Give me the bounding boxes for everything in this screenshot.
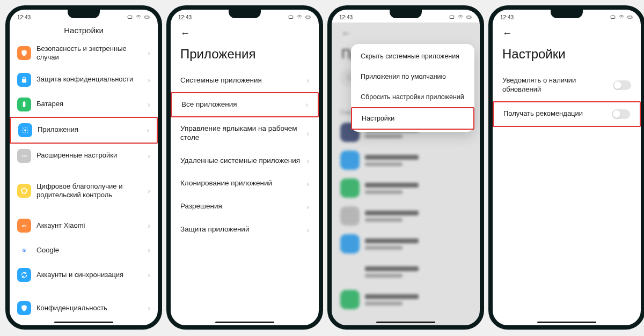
svg-rect-0 (128, 16, 132, 19)
gear-icon (18, 123, 32, 137)
camera-icon (610, 14, 616, 20)
header: ← (493, 23, 641, 47)
row-label: Все приложения (181, 100, 300, 109)
row-label: Аккаунт Xiaomi (36, 221, 142, 230)
status-bar: 12:43 (171, 10, 319, 23)
row-label: Приложения (38, 125, 141, 134)
menu-item-3[interactable]: Настройки (351, 107, 474, 130)
toggle-label: Получать рекомендации (503, 109, 605, 118)
context-menu: Скрыть системные приложенияПриложения по… (351, 44, 474, 132)
chevron-right-icon: › (148, 271, 150, 279)
wifi-icon (296, 14, 303, 20)
back-button[interactable]: ← (500, 26, 514, 41)
toggle-label: Уведомлять о наличии обновлений (502, 76, 606, 94)
status-time: 12:43 (500, 14, 514, 20)
apps-row-6[interactable]: Защита приложений› (171, 218, 319, 241)
row-label: Безопасность и экстренные случаи (36, 44, 142, 62)
status-bar: 12:43 (332, 10, 480, 23)
toggle-row-0: Уведомлять о наличии обновлений (493, 69, 641, 101)
apps-row-4[interactable]: Клонирование приложений› (171, 172, 319, 195)
svg-rect-18 (467, 16, 471, 18)
svg-rect-5 (24, 101, 25, 102)
battery-icon (305, 14, 311, 20)
shield-icon (17, 301, 31, 315)
dots-icon (17, 149, 31, 163)
chevron-right-icon: › (148, 49, 150, 57)
settings-row-a-3[interactable]: Приложения› (10, 117, 158, 144)
svg-rect-22 (611, 16, 615, 19)
settings-row-a-1[interactable]: Защита конфиденциальности› (10, 68, 158, 92)
menu-item-0[interactable]: Скрыть системные приложения (351, 46, 474, 66)
toggle-switch[interactable] (613, 80, 631, 90)
phone-4: 12:43 ← Настройки Уведомлять о наличии о… (488, 5, 644, 330)
wifi-icon (457, 14, 464, 20)
settings-row-c-1[interactable]: GGoogle› (10, 238, 158, 263)
chevron-right-icon: › (148, 186, 150, 195)
menu-item-1[interactable]: Приложения по умолчанию (351, 66, 474, 87)
status-icons (610, 14, 633, 20)
wifi-icon (618, 14, 625, 20)
svg-rect-2 (149, 17, 150, 18)
row-label: Управление ярлыками на рабочем столе (180, 124, 301, 143)
svg-rect-3 (22, 79, 26, 82)
wifi-icon (135, 14, 142, 20)
row-label: Защита конфиденциальности (36, 75, 142, 84)
status-time: 12:43 (17, 14, 31, 20)
row-label: Расширенные настройки (36, 151, 142, 160)
battery-icon (466, 14, 472, 20)
svg-rect-15 (306, 16, 310, 18)
apps-row-1[interactable]: Все приложения› (171, 92, 319, 117)
settings-screen: Настройки Безопасность и экстренные случ… (10, 23, 158, 325)
back-button[interactable]: ← (178, 26, 192, 41)
apps-row-3[interactable]: Удаленные системные приложения› (171, 150, 319, 173)
row-label: Защита приложений (180, 225, 301, 234)
chevron-right-icon: › (306, 226, 309, 234)
apps-row-5[interactable]: Разрешения› (171, 195, 319, 218)
svg-rect-14 (289, 16, 293, 19)
svg-text:G: G (23, 248, 26, 253)
settings-row-a-2[interactable]: Батарея› (10, 92, 158, 117)
settings-row-b-0[interactable]: Цифровое благополучие и родительский кон… (10, 177, 158, 205)
phone-2: 12:43 ← Приложения Системные приложения›… (166, 5, 323, 330)
phone-3: 12:43 ← Пр Сортировка по имени приложени… (327, 5, 484, 330)
settings-row-a-4[interactable]: Расширенные настройки› (10, 144, 158, 168)
chevron-right-icon: › (305, 100, 308, 109)
apps-list: Системные приложения›Все приложения›Упра… (171, 69, 319, 325)
settings-row-c-2[interactable]: Аккаунты и синхронизация› (10, 263, 158, 287)
row-label: Удаленные системные приложения (180, 156, 301, 166)
chevron-right-icon: › (148, 152, 150, 160)
chevron-right-icon: › (306, 76, 309, 85)
settings-row-a-0[interactable]: Безопасность и экстренные случаи› (10, 39, 158, 68)
apps-row-0[interactable]: Системные приложения› (171, 69, 319, 92)
svg-rect-19 (471, 17, 472, 18)
row-label: Разрешения (180, 202, 301, 211)
toggle-switch[interactable] (612, 109, 630, 119)
menu-item-2[interactable]: Сбросить настройки приложений (351, 87, 474, 107)
lock-icon (17, 73, 31, 87)
svg-rect-4 (23, 102, 26, 107)
row-label: Google (36, 246, 142, 255)
settings-row-c-0[interactable]: miАккаунт Xiaomi› (10, 213, 158, 238)
battery-icon (627, 14, 633, 20)
svg-point-7 (21, 155, 23, 156)
apps-row-2[interactable]: Управление ярлыками на рабочем столе› (171, 117, 319, 150)
chevron-right-icon: › (306, 129, 309, 138)
svg-point-9 (25, 155, 26, 156)
page-title: Приложения (171, 47, 319, 69)
camera-icon (288, 14, 294, 20)
row-label: Конфиденциальность (36, 304, 142, 312)
circle-icon (17, 184, 31, 198)
chevron-right-icon: › (148, 100, 150, 109)
g-icon: G (17, 243, 31, 257)
settings-row-d-0[interactable]: Конфиденциальность› (10, 296, 158, 320)
page-title: Настройки (10, 23, 158, 39)
svg-rect-17 (450, 16, 454, 19)
battery-icon (144, 14, 150, 20)
all-apps-screen: ← Пр Сортировка по имени приложения Скры… (332, 23, 480, 325)
svg-point-8 (24, 155, 25, 156)
svg-rect-16 (310, 17, 311, 18)
status-icons (127, 14, 150, 20)
chevron-right-icon: › (148, 221, 150, 230)
camera-icon (449, 14, 455, 20)
status-icons (449, 14, 472, 20)
